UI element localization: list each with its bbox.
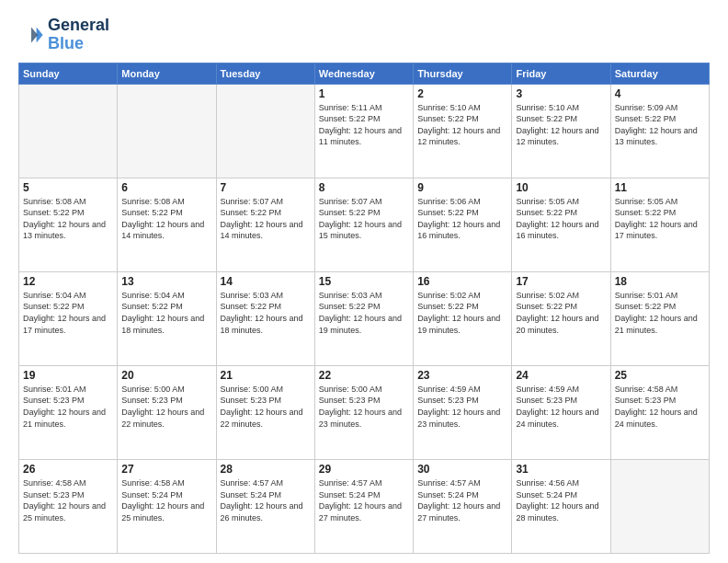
day-info: Sunrise: 4:59 AM Sunset: 5:23 PM Dayligh… [417, 384, 507, 430]
day-info: Sunrise: 5:08 AM Sunset: 5:22 PM Dayligh… [23, 196, 113, 242]
day-info: Sunrise: 4:59 AM Sunset: 5:23 PM Dayligh… [516, 384, 606, 430]
calendar-cell: 29 Sunrise: 4:57 AM Sunset: 5:24 PM Dayl… [314, 459, 413, 553]
calendar-cell: 5 Sunrise: 5:08 AM Sunset: 5:22 PM Dayli… [19, 178, 118, 271]
day-number: 29 [319, 463, 409, 476]
calendar-cell: 26 Sunrise: 4:58 AM Sunset: 5:23 PM Dayl… [19, 459, 118, 553]
weekday-header-row: SundayMondayTuesdayWednesdayThursdayFrid… [19, 63, 710, 84]
day-info: Sunrise: 5:01 AM Sunset: 5:23 PM Dayligh… [23, 384, 113, 430]
day-number: 2 [417, 87, 507, 100]
day-number: 19 [23, 369, 113, 382]
week-row-5: 26 Sunrise: 4:58 AM Sunset: 5:23 PM Dayl… [19, 459, 710, 553]
calendar-cell: 25 Sunrise: 4:58 AM Sunset: 5:23 PM Dayl… [610, 365, 709, 459]
calendar-cell: 15 Sunrise: 5:03 AM Sunset: 5:22 PM Dayl… [314, 271, 413, 365]
day-number: 16 [417, 275, 507, 288]
day-info: Sunrise: 5:04 AM Sunset: 5:22 PM Dayligh… [121, 290, 211, 336]
calendar-cell: 21 Sunrise: 5:00 AM Sunset: 5:23 PM Dayl… [216, 365, 314, 459]
day-info: Sunrise: 4:56 AM Sunset: 5:24 PM Dayligh… [516, 477, 606, 523]
calendar-cell: 13 Sunrise: 5:04 AM Sunset: 5:22 PM Dayl… [118, 271, 216, 365]
calendar-cell: 1 Sunrise: 5:11 AM Sunset: 5:22 PM Dayli… [314, 84, 413, 178]
day-info: Sunrise: 5:07 AM Sunset: 5:22 PM Dayligh… [221, 196, 311, 242]
calendar-cell: 4 Sunrise: 5:09 AM Sunset: 5:22 PM Dayli… [610, 84, 709, 178]
day-number: 30 [417, 463, 507, 476]
day-number: 22 [319, 369, 409, 382]
day-number: 5 [23, 181, 113, 194]
day-number: 13 [121, 275, 211, 288]
day-number: 18 [615, 275, 705, 288]
calendar-cell: 12 Sunrise: 5:04 AM Sunset: 5:22 PM Dayl… [19, 271, 118, 365]
day-number: 8 [319, 181, 409, 194]
day-info: Sunrise: 5:10 AM Sunset: 5:22 PM Dayligh… [516, 102, 606, 148]
calendar-cell [118, 84, 216, 178]
calendar-cell: 7 Sunrise: 5:07 AM Sunset: 5:22 PM Dayli… [216, 178, 314, 271]
calendar-cell: 27 Sunrise: 4:58 AM Sunset: 5:24 PM Dayl… [118, 459, 216, 553]
logo-icon [18, 22, 44, 48]
day-info: Sunrise: 5:03 AM Sunset: 5:22 PM Dayligh… [319, 290, 409, 336]
calendar-cell: 3 Sunrise: 5:10 AM Sunset: 5:22 PM Dayli… [512, 84, 610, 178]
day-info: Sunrise: 5:04 AM Sunset: 5:22 PM Dayligh… [23, 290, 113, 336]
weekday-header-sunday: Sunday [19, 63, 118, 84]
header: General Blue [18, 17, 710, 53]
day-number: 3 [516, 87, 606, 100]
calendar-cell: 9 Sunrise: 5:06 AM Sunset: 5:22 PM Dayli… [414, 178, 512, 271]
day-info: Sunrise: 5:10 AM Sunset: 5:22 PM Dayligh… [417, 102, 507, 148]
day-number: 7 [221, 181, 311, 194]
day-number: 15 [319, 275, 409, 288]
weekday-header-saturday: Saturday [610, 63, 709, 84]
day-info: Sunrise: 5:01 AM Sunset: 5:22 PM Dayligh… [615, 290, 705, 336]
calendar-cell: 17 Sunrise: 5:02 AM Sunset: 5:22 PM Dayl… [512, 271, 610, 365]
calendar-cell: 10 Sunrise: 5:05 AM Sunset: 5:22 PM Dayl… [512, 178, 610, 271]
day-number: 4 [615, 87, 705, 100]
day-info: Sunrise: 5:00 AM Sunset: 5:23 PM Dayligh… [121, 384, 211, 430]
calendar-cell [19, 84, 118, 178]
day-number: 10 [516, 181, 606, 194]
calendar-cell: 24 Sunrise: 4:59 AM Sunset: 5:23 PM Dayl… [512, 365, 610, 459]
calendar-cell [216, 84, 314, 178]
day-number: 23 [417, 369, 507, 382]
day-info: Sunrise: 5:11 AM Sunset: 5:22 PM Dayligh… [319, 102, 409, 148]
calendar-cell: 8 Sunrise: 5:07 AM Sunset: 5:22 PM Dayli… [314, 178, 413, 271]
day-info: Sunrise: 5:06 AM Sunset: 5:22 PM Dayligh… [417, 196, 507, 242]
week-row-2: 5 Sunrise: 5:08 AM Sunset: 5:22 PM Dayli… [19, 178, 710, 271]
calendar-cell: 20 Sunrise: 5:00 AM Sunset: 5:23 PM Dayl… [118, 365, 216, 459]
day-number: 21 [221, 369, 311, 382]
calendar-cell: 11 Sunrise: 5:05 AM Sunset: 5:22 PM Dayl… [610, 178, 709, 271]
weekday-header-monday: Monday [118, 63, 216, 84]
day-number: 25 [615, 369, 705, 382]
week-row-3: 12 Sunrise: 5:04 AM Sunset: 5:22 PM Dayl… [19, 271, 710, 365]
calendar-cell: 23 Sunrise: 4:59 AM Sunset: 5:23 PM Dayl… [414, 365, 512, 459]
day-number: 20 [121, 369, 211, 382]
day-number: 14 [221, 275, 311, 288]
calendar-table: SundayMondayTuesdayWednesdayThursdayFrid… [18, 63, 710, 554]
day-number: 28 [221, 463, 311, 476]
logo-text: General Blue [48, 17, 109, 53]
day-info: Sunrise: 5:09 AM Sunset: 5:22 PM Dayligh… [615, 102, 705, 148]
day-info: Sunrise: 5:00 AM Sunset: 5:23 PM Dayligh… [319, 384, 409, 430]
weekday-header-wednesday: Wednesday [314, 63, 413, 84]
calendar-cell: 16 Sunrise: 5:02 AM Sunset: 5:22 PM Dayl… [414, 271, 512, 365]
calendar-cell: 2 Sunrise: 5:10 AM Sunset: 5:22 PM Dayli… [414, 84, 512, 178]
day-info: Sunrise: 5:07 AM Sunset: 5:22 PM Dayligh… [319, 196, 409, 242]
weekday-header-tuesday: Tuesday [216, 63, 314, 84]
day-info: Sunrise: 5:02 AM Sunset: 5:22 PM Dayligh… [417, 290, 507, 336]
calendar-cell: 18 Sunrise: 5:01 AM Sunset: 5:22 PM Dayl… [610, 271, 709, 365]
weekday-header-thursday: Thursday [414, 63, 512, 84]
day-number: 6 [121, 181, 211, 194]
day-number: 12 [23, 275, 113, 288]
day-info: Sunrise: 4:57 AM Sunset: 5:24 PM Dayligh… [319, 477, 409, 523]
day-number: 27 [121, 463, 211, 476]
day-number: 1 [319, 87, 409, 100]
day-info: Sunrise: 5:00 AM Sunset: 5:23 PM Dayligh… [221, 384, 311, 430]
day-number: 17 [516, 275, 606, 288]
calendar-cell: 28 Sunrise: 4:57 AM Sunset: 5:24 PM Dayl… [216, 459, 314, 553]
calendar-cell [610, 459, 709, 553]
weekday-header-friday: Friday [512, 63, 610, 84]
page: General Blue SundayMondayTuesdayWednesda… [0, 0, 728, 563]
week-row-1: 1 Sunrise: 5:11 AM Sunset: 5:22 PM Dayli… [19, 84, 710, 178]
day-number: 11 [615, 181, 705, 194]
calendar-cell: 31 Sunrise: 4:56 AM Sunset: 5:24 PM Dayl… [512, 459, 610, 553]
day-info: Sunrise: 5:05 AM Sunset: 5:22 PM Dayligh… [516, 196, 606, 242]
logo: General Blue [18, 17, 109, 53]
day-info: Sunrise: 4:58 AM Sunset: 5:23 PM Dayligh… [23, 477, 113, 523]
day-info: Sunrise: 4:57 AM Sunset: 5:24 PM Dayligh… [417, 477, 507, 523]
week-row-4: 19 Sunrise: 5:01 AM Sunset: 5:23 PM Dayl… [19, 365, 710, 459]
